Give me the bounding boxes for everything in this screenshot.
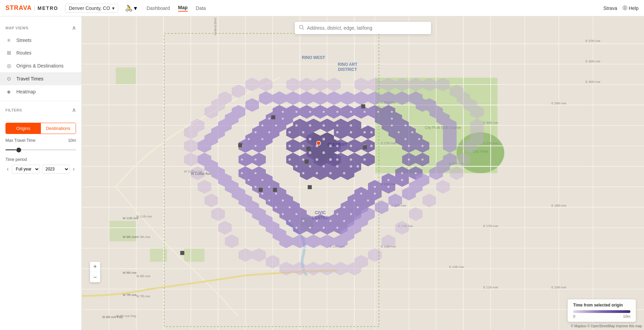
svg-point-347 — [404, 124, 407, 126]
svg-point-337 — [350, 111, 352, 113]
zoom-out-btn[interactable]: − — [90, 272, 100, 282]
svg-point-310 — [370, 131, 373, 134]
location-selector[interactable]: Denver County, CO ▾ — [65, 4, 118, 13]
heatmap-icon: ◈ — [5, 89, 12, 95]
svg-point-306 — [302, 131, 305, 134]
transport-chevron-icon: ▾ — [134, 4, 137, 12]
map-views-collapse-btn[interactable]: ∧ — [72, 25, 76, 31]
svg-point-299 — [295, 124, 298, 127]
svg-point-343 — [391, 118, 393, 120]
svg-text:W 11th Ave: W 11th Ave — [123, 216, 138, 220]
header-right: Strava ⓪ Help — [603, 5, 639, 11]
svg-point-368 — [248, 179, 250, 181]
sidebar-item-streets[interactable]: ≡ Streets — [0, 34, 81, 46]
sidebar-od-label: Origins & Destinations — [16, 63, 64, 69]
legend-max-label: 10m — [623, 314, 630, 318]
svg-rect-403 — [361, 104, 365, 108]
year-select[interactable]: 2023 2022 2021 2020 — [42, 165, 70, 174]
svg-point-321 — [364, 159, 366, 161]
svg-point-395 — [329, 220, 332, 222]
svg-point-313 — [336, 145, 339, 147]
svg-point-372 — [255, 186, 257, 188]
svg-rect-6 — [116, 68, 136, 85]
svg-point-338 — [364, 111, 366, 113]
search-input[interactable] — [307, 25, 427, 31]
transport-selector[interactable]: 🚴 ▾ — [125, 4, 137, 12]
travel-time-slider[interactable] — [5, 149, 76, 150]
sidebar-travel-label: Travel Times — [16, 76, 44, 81]
svg-point-314 — [350, 145, 352, 147]
svg-point-300 — [309, 124, 311, 127]
svg-point-366 — [401, 172, 403, 174]
svg-point-352 — [248, 138, 250, 140]
main-area: MAP VIEWS ∧ ≡ Streets ⊞ Routes ◎ Origins… — [0, 16, 644, 330]
max-travel-time-label: Max Travel Time — [5, 138, 35, 143]
filters-section-header: FILTERS ∧ — [0, 104, 81, 116]
svg-rect-407 — [305, 160, 309, 164]
svg-point-307 — [336, 131, 339, 134]
zoom-in-btn[interactable]: + — [90, 262, 100, 272]
svg-rect-406 — [306, 147, 310, 151]
strava-account-link[interactable]: Strava — [603, 5, 617, 11]
svg-point-303 — [350, 124, 352, 127]
svg-point-291 — [309, 138, 311, 140]
svg-point-320 — [350, 159, 352, 161]
svg-point-308 — [350, 131, 352, 134]
svg-rect-411 — [180, 251, 184, 255]
travel-icon: ⊙ — [5, 76, 12, 82]
destinations-toggle-btn[interactable]: Destinations — [41, 123, 76, 134]
nav-data[interactable]: Data — [196, 5, 206, 11]
max-travel-time-label-row: Max Travel Time 10m — [5, 138, 76, 143]
origins-toggle-btn[interactable]: Origins — [6, 123, 41, 134]
svg-point-342 — [282, 118, 284, 120]
svg-rect-404 — [363, 145, 367, 149]
svg-point-387 — [357, 206, 359, 208]
svg-text:E 11th Ave: E 11th Ave — [483, 286, 498, 289]
svg-point-376 — [261, 193, 263, 195]
svg-rect-409 — [308, 185, 312, 189]
sidebar-item-od[interactable]: ◎ Origins & Destinations — [0, 59, 81, 72]
svg-point-379 — [374, 193, 376, 195]
svg-point-388 — [282, 213, 284, 215]
svg-point-302 — [336, 124, 339, 127]
header: STRAVA METRO Denver County, CO ▾ 🚴 ▾ Das… — [0, 0, 644, 16]
svg-text:E 10th Ave: E 10th Ave — [551, 286, 566, 289]
svg-point-380 — [268, 199, 270, 201]
svg-point-318 — [302, 159, 305, 161]
sidebar-item-routes[interactable]: ⊞ Routes — [0, 46, 81, 59]
nav-map[interactable]: Map — [178, 5, 188, 12]
svg-rect-410 — [259, 188, 263, 192]
svg-text:E 17th Ave: E 17th Ave — [483, 224, 498, 228]
prev-period-btn[interactable]: ‹ — [5, 165, 10, 173]
svg-text:E 27th Ave: E 27th Ave — [381, 141, 396, 145]
svg-point-329 — [316, 172, 318, 175]
map-area[interactable]: City Park Golf Course City Park — [82, 16, 644, 330]
metro-logo: METRO — [34, 5, 58, 11]
svg-point-362 — [408, 159, 410, 161]
svg-point-397 — [295, 227, 297, 229]
map-search — [295, 22, 431, 34]
svg-text:W 7th Ave: W 7th Ave — [136, 295, 150, 298]
svg-text:W 6th Ave Fwy: W 6th Ave Fwy — [102, 315, 123, 319]
svg-point-392 — [289, 220, 291, 222]
help-button[interactable]: ⓪ Help — [623, 5, 639, 11]
location-text: Denver County, CO — [69, 5, 110, 11]
legend: Time from selected origin 0 10m — [568, 299, 636, 322]
svg-point-295 — [322, 151, 325, 154]
period-select[interactable]: Full year Q1 Q2 Q3 Q4 — [12, 165, 40, 174]
svg-rect-405 — [238, 143, 242, 147]
sidebar-item-travel-times[interactable]: ⊙ Travel Times — [0, 72, 81, 85]
nav-dashboard[interactable]: Dashboard — [147, 5, 170, 11]
filters-collapse-btn[interactable]: ∧ — [72, 107, 76, 113]
next-period-btn[interactable]: › — [72, 165, 76, 173]
sidebar-item-heatmap[interactable]: ◈ Heatmap — [0, 85, 81, 98]
svg-point-383 — [367, 199, 369, 201]
sidebar-divider — [0, 101, 81, 101]
sidebar: MAP VIEWS ∧ ≡ Streets ⊞ Routes ◎ Origins… — [0, 16, 82, 330]
svg-point-369 — [261, 179, 263, 181]
svg-text:E 18th Ave: E 18th Ave — [551, 204, 566, 207]
search-icon — [299, 25, 304, 31]
svg-point-398 — [309, 227, 311, 229]
svg-point-336 — [336, 111, 338, 113]
svg-text:E 30th Ave: E 30th Ave — [483, 121, 498, 124]
